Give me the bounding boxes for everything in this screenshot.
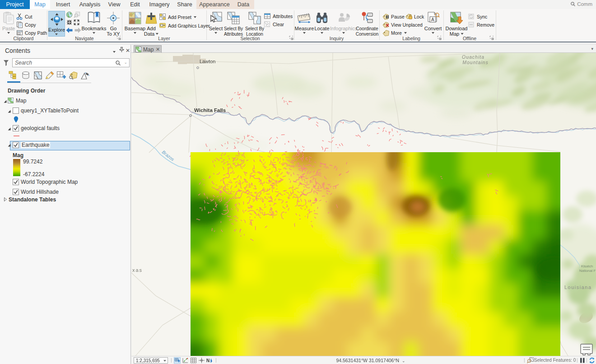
svg-text:Kisatch: Kisatch bbox=[581, 264, 593, 268]
svg-text:N: N bbox=[206, 358, 210, 363]
svg-text:Lawton: Lawton bbox=[200, 59, 215, 64]
svg-text:Wichita Falls: Wichita Falls bbox=[194, 107, 226, 113]
svg-text:Louisiana: Louisiana bbox=[564, 285, 592, 290]
svg-text:Mountains: Mountains bbox=[462, 60, 488, 65]
svg-text:Ouachita: Ouachita bbox=[462, 54, 484, 60]
svg-text:W:: W: bbox=[18, 33, 20, 35]
svg-text:xas: xas bbox=[132, 267, 143, 273]
svg-text:A: A bbox=[431, 17, 434, 22]
svg-text:National F: National F bbox=[579, 269, 596, 273]
